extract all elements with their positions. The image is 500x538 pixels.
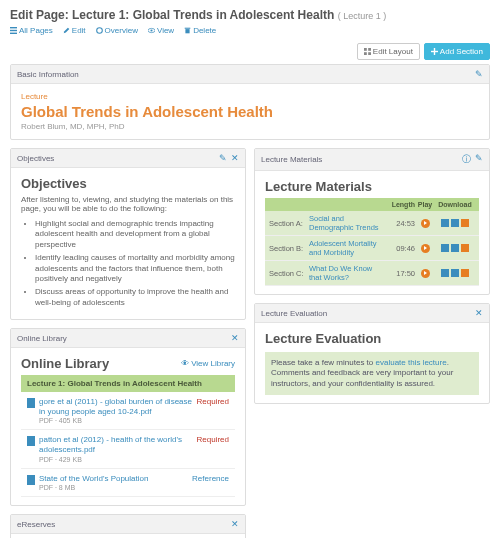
file-icon — [27, 475, 35, 485]
info-icon[interactable]: ⓘ — [462, 153, 471, 166]
download-audio-icon[interactable] — [461, 269, 469, 277]
materials-row: Section C: What Do We Know that Works? 1… — [265, 261, 479, 286]
evaluation-header: Lecture Evaluation — [261, 309, 327, 318]
section-label: Section B: — [269, 244, 309, 253]
section-length: 17:50 — [385, 269, 415, 278]
close-icon[interactable]: ✕ — [231, 333, 239, 343]
library-header: Online Library — [17, 334, 67, 343]
svg-rect-10 — [364, 52, 367, 55]
close-icon[interactable]: ✕ — [475, 308, 483, 318]
library-item: State of the World's Population PDF · 8 … — [21, 469, 235, 498]
materials-table-header: Length Play Download — [265, 198, 479, 211]
materials-row: Section A: Social and Demographic Trends… — [265, 211, 479, 236]
edit-icon[interactable]: ✎ — [219, 153, 227, 163]
page-title-text: Edit Page: Lecture 1: Global Trends in A… — [10, 8, 334, 22]
ereserves-panel: eReserves ✕ eReserves You may refer to t… — [10, 514, 246, 538]
section-label: Section C: — [269, 269, 309, 278]
view-library-link[interactable]: 👁 View Library — [181, 359, 235, 368]
plus-icon — [431, 48, 438, 55]
file-icon — [27, 436, 35, 446]
download-video-icon[interactable] — [441, 244, 449, 252]
section-label: Section A: — [269, 219, 309, 228]
close-icon[interactable]: ✕ — [231, 519, 239, 529]
library-tag: Required — [197, 435, 229, 462]
download-audio-icon[interactable] — [461, 219, 469, 227]
svg-point-5 — [150, 29, 152, 31]
list-icon — [10, 27, 17, 34]
library-file-meta: PDF · 429 KB — [39, 456, 197, 463]
basic-info-panel: Basic Information ✎ Lecture Global Trend… — [10, 64, 490, 140]
svg-rect-11 — [368, 52, 371, 55]
page-subtitle: ( Lecture 1 ) — [338, 11, 387, 21]
info-icon — [96, 27, 103, 34]
materials-header: Lecture Materials — [261, 155, 322, 164]
section-title[interactable]: What Do We Know that Works? — [309, 264, 385, 282]
library-item: patton et al (2012) - health of the worl… — [21, 430, 235, 468]
page-actions: All Pages Edit Overview View Delete — [10, 26, 490, 35]
edit-icon[interactable]: ✎ — [475, 69, 483, 79]
library-group-header: Lecture 1: Global Trends in Adolescent H… — [21, 375, 235, 392]
section-title[interactable]: Adolescent Mortality and Morbidity — [309, 239, 385, 257]
online-library-panel: Online Library ✕ Online Library 👁 View L… — [10, 328, 246, 506]
library-title: Online Library — [21, 356, 109, 371]
evaluation-title: Lecture Evaluation — [265, 331, 479, 346]
play-button[interactable] — [421, 244, 430, 253]
lecture-evaluation-panel: Lecture Evaluation ✕ Lecture Evaluation … — [254, 303, 490, 404]
library-tag: Reference — [192, 474, 229, 492]
download-video-icon[interactable] — [441, 219, 449, 227]
content-type: Lecture — [21, 92, 479, 101]
library-file-link[interactable]: patton et al (2012) - health of the worl… — [39, 435, 197, 454]
library-item: gore et al (2011) - global burden of dis… — [21, 392, 235, 430]
trash-icon — [184, 27, 191, 34]
svg-rect-7 — [185, 28, 191, 29]
download-slides-icon[interactable] — [451, 219, 459, 227]
ereserves-header: eReserves — [17, 520, 55, 529]
download-video-icon[interactable] — [441, 269, 449, 277]
content-author: Robert Blum, MD, MPH, PhD — [21, 122, 479, 131]
download-audio-icon[interactable] — [461, 244, 469, 252]
evaluate-lecture-link[interactable]: evaluate this lecture — [376, 358, 447, 367]
eye-icon — [148, 27, 155, 34]
download-slides-icon[interactable] — [451, 269, 459, 277]
library-file-meta: PDF · 405 KB — [39, 417, 197, 424]
library-file-link[interactable]: State of the World's Population — [39, 474, 148, 484]
materials-title: Lecture Materials — [265, 179, 479, 194]
objectives-panel: Objectives ✎✕ Objectives After listening… — [10, 148, 246, 320]
svg-rect-6 — [186, 29, 190, 33]
svg-point-3 — [96, 28, 102, 34]
edit-icon[interactable]: ✎ — [475, 153, 483, 166]
svg-rect-13 — [431, 51, 438, 52]
objectives-header: Objectives — [17, 154, 54, 163]
library-file-link[interactable]: gore et al (2011) - global burden of dis… — [39, 397, 197, 416]
overview-link[interactable]: Overview — [96, 26, 138, 35]
section-length: 24:53 — [385, 219, 415, 228]
download-slides-icon[interactable] — [451, 244, 459, 252]
section-title[interactable]: Social and Demographic Trends — [309, 214, 385, 232]
section-length: 09:46 — [385, 244, 415, 253]
eye-icon: 👁 — [181, 359, 189, 368]
objectives-title: Objectives — [21, 176, 235, 191]
close-icon[interactable]: ✕ — [231, 153, 239, 163]
delete-link[interactable]: Delete — [184, 26, 216, 35]
pencil-icon — [63, 27, 70, 34]
edit-layout-button[interactable]: Edit Layout — [357, 43, 420, 60]
lecture-materials-panel: Lecture Materials ⓘ✎ Lecture Materials L… — [254, 148, 490, 295]
svg-rect-8 — [364, 48, 367, 51]
objectives-intro: After listening to, viewing, and studyin… — [21, 195, 235, 213]
svg-rect-0 — [10, 27, 17, 28]
library-file-meta: PDF · 8 MB — [39, 484, 148, 491]
play-button[interactable] — [421, 219, 430, 228]
evaluation-box: Please take a few minutes to evaluate th… — [265, 352, 479, 395]
play-button[interactable] — [421, 269, 430, 278]
grid-icon — [364, 48, 371, 55]
add-section-button[interactable]: Add Section — [424, 43, 490, 60]
file-icon — [27, 398, 35, 408]
all-pages-link[interactable]: All Pages — [10, 26, 53, 35]
view-link[interactable]: View — [148, 26, 174, 35]
objective-item: Discuss areas of opportunity to improve … — [35, 287, 235, 308]
svg-rect-2 — [10, 33, 17, 34]
page-title: Edit Page: Lecture 1: Global Trends in A… — [10, 8, 490, 22]
materials-row: Section B: Adolescent Mortality and Morb… — [265, 236, 479, 261]
basic-info-header: Basic Information — [17, 70, 79, 79]
edit-link[interactable]: Edit — [63, 26, 86, 35]
